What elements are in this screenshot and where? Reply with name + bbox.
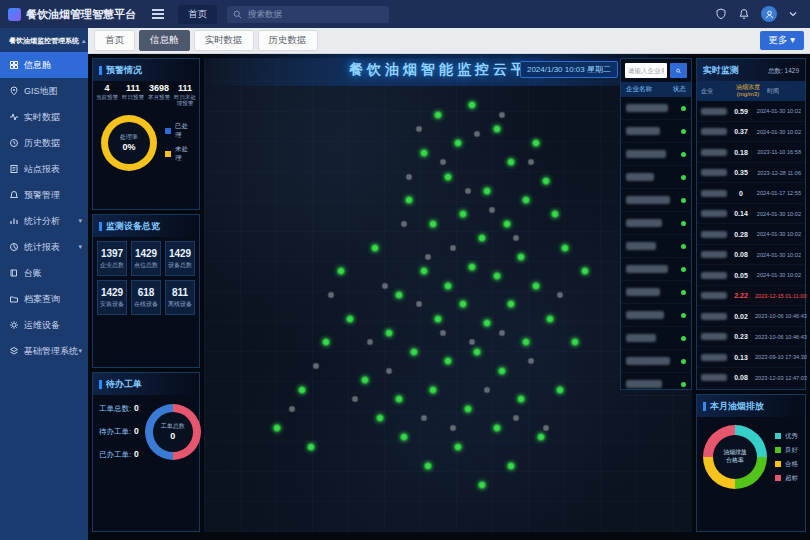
realtime-row[interactable]: 0.28 2024-01-30 10:02	[697, 224, 805, 245]
map-marker[interactable]	[366, 339, 373, 346]
map-marker[interactable]	[386, 367, 393, 374]
company-row[interactable]	[621, 166, 691, 189]
map-marker[interactable]	[571, 338, 579, 346]
map-marker[interactable]	[288, 405, 295, 412]
company-row[interactable]	[621, 281, 691, 304]
sidebar-item-statistical-report[interactable]: 统计报表 ▾	[0, 234, 88, 260]
sidebar-item-archive-query[interactable]: 档案查询	[0, 286, 88, 312]
map-marker[interactable]	[434, 315, 442, 323]
realtime-row[interactable]: 0.37 2024-01-30 10:02	[697, 122, 805, 143]
sidebar-item-history-data[interactable]: 历史数据	[0, 130, 88, 156]
map-marker[interactable]	[405, 196, 413, 204]
map-marker[interactable]	[468, 263, 476, 271]
global-search-input[interactable]	[246, 8, 383, 20]
map-marker[interactable]	[415, 126, 422, 133]
map-marker[interactable]	[483, 187, 491, 195]
map-marker[interactable]	[513, 415, 520, 422]
map-marker[interactable]	[517, 395, 525, 403]
map-marker[interactable]	[478, 234, 486, 242]
company-search-button[interactable]	[670, 63, 687, 78]
map-marker[interactable]	[376, 414, 384, 422]
chevron-down-icon[interactable]	[788, 9, 798, 19]
map-marker[interactable]	[395, 291, 403, 299]
map-marker[interactable]	[473, 348, 481, 356]
map-marker[interactable]	[503, 220, 511, 228]
company-row[interactable]	[621, 97, 691, 120]
map-marker[interactable]	[527, 358, 534, 365]
map-marker[interactable]	[522, 338, 530, 346]
map-marker[interactable]	[498, 367, 506, 375]
shield-icon[interactable]	[715, 8, 727, 20]
company-row[interactable]	[621, 304, 691, 327]
sidebar-item-gis-map[interactable]: GIS地图	[0, 78, 88, 104]
map-marker[interactable]	[556, 386, 564, 394]
user-avatar[interactable]	[761, 6, 777, 22]
company-row[interactable]	[621, 350, 691, 373]
map-marker[interactable]	[517, 253, 525, 261]
sidebar-item-base-system[interactable]: 基础管理系统 ▾	[0, 338, 88, 364]
realtime-row[interactable]: 2.22 2023-12-15 01:11:00	[697, 286, 805, 307]
map-marker[interactable]	[459, 210, 467, 218]
map-marker[interactable]	[493, 272, 501, 280]
map-marker[interactable]	[493, 424, 501, 432]
map-marker[interactable]	[429, 220, 437, 228]
map-marker[interactable]	[420, 149, 428, 157]
realtime-row[interactable]: 0.14 2024-01-30 10:02	[697, 204, 805, 225]
map-marker[interactable]	[459, 300, 467, 308]
home-tab-chip[interactable]: 首页	[178, 5, 217, 24]
map-marker[interactable]	[468, 101, 476, 109]
map-marker[interactable]	[425, 254, 432, 261]
map-marker[interactable]	[493, 125, 501, 133]
map-marker[interactable]	[532, 282, 540, 290]
map-marker[interactable]	[507, 300, 515, 308]
map-marker[interactable]	[542, 424, 549, 431]
map-marker[interactable]	[454, 139, 462, 147]
company-row[interactable]	[621, 235, 691, 258]
sidebar-item-info-cabin[interactable]: 信息舱	[0, 52, 88, 78]
sidebar-group-main[interactable]: 餐饮油烟监控管理系统 ▴	[0, 28, 88, 52]
realtime-row[interactable]: 0.08 2024-01-30 10:02	[697, 245, 805, 266]
tab-history-data[interactable]: 历史数据	[258, 30, 318, 51]
tab-realtime-data[interactable]: 实时数据	[194, 30, 254, 51]
map-marker[interactable]	[381, 282, 388, 289]
map-marker[interactable]	[405, 173, 412, 180]
map-marker[interactable]	[498, 111, 505, 118]
company-row[interactable]	[621, 143, 691, 166]
global-search[interactable]	[227, 6, 389, 23]
sidebar-item-site-report[interactable]: 站点报表	[0, 156, 88, 182]
map-marker[interactable]	[488, 206, 495, 213]
realtime-row[interactable]: 0.13 2023-09-10 17:34:30	[697, 347, 805, 368]
map-marker[interactable]	[537, 433, 545, 441]
map-marker[interactable]	[546, 315, 554, 323]
map-marker[interactable]	[507, 158, 515, 166]
map-marker[interactable]	[400, 433, 408, 441]
sidebar-item-alert-management[interactable]: 预警管理	[0, 182, 88, 208]
map-marker[interactable]	[352, 396, 359, 403]
map-marker[interactable]	[532, 139, 540, 147]
map-marker[interactable]	[542, 177, 550, 185]
realtime-row[interactable]: 0.18 2023-11-10 16:58	[697, 142, 805, 163]
realtime-row[interactable]: 0.59 2024-01-30 10:02	[697, 101, 805, 122]
map-marker[interactable]	[498, 329, 505, 336]
sidebar-item-realtime-data[interactable]: 实时数据	[0, 104, 88, 130]
tab-info-cabin[interactable]: 信息舱	[139, 30, 190, 51]
map-marker[interactable]	[507, 462, 515, 470]
map-marker[interactable]	[401, 220, 408, 227]
map-marker[interactable]	[337, 267, 345, 275]
menu-toggle-icon[interactable]	[144, 7, 172, 21]
map-marker[interactable]	[513, 235, 520, 242]
map-marker[interactable]	[444, 282, 452, 290]
map-marker[interactable]	[346, 315, 354, 323]
company-row[interactable]	[621, 212, 691, 235]
map-marker[interactable]	[474, 130, 481, 137]
realtime-row[interactable]: 0 2024-01-17 12:55	[697, 183, 805, 204]
map-marker[interactable]	[298, 386, 306, 394]
map-marker[interactable]	[424, 462, 432, 470]
map-marker[interactable]	[484, 386, 491, 393]
sidebar-item-ops-devices[interactable]: 运维设备	[0, 312, 88, 338]
map-marker[interactable]	[361, 376, 369, 384]
map-marker[interactable]	[327, 292, 334, 299]
company-row[interactable]	[621, 120, 691, 143]
map-marker[interactable]	[322, 338, 330, 346]
map-marker[interactable]	[581, 267, 589, 275]
